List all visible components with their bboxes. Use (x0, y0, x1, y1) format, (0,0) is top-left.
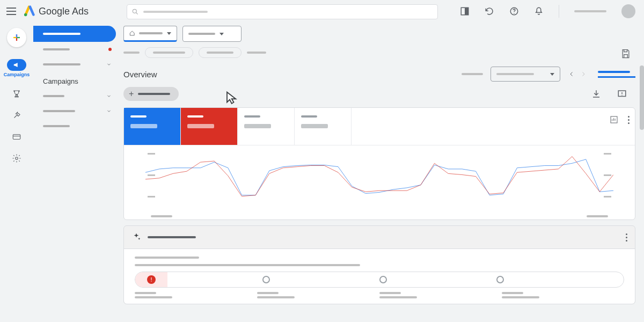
add-filter-button[interactable]: + (123, 87, 179, 101)
sidenav-item[interactable] (33, 119, 119, 134)
feedback-icon[interactable] (617, 89, 627, 99)
sidenav-item[interactable] (33, 104, 119, 119)
account-dropdown[interactable] (123, 26, 177, 42)
sparkle-icon (131, 232, 141, 242)
sidenav-item[interactable] (33, 89, 119, 104)
chevron-down-icon (106, 108, 112, 114)
expand-chart-icon[interactable] (610, 115, 618, 124)
tools-icon (12, 111, 21, 120)
notifications-icon[interactable] (534, 6, 544, 16)
svg-point-13 (16, 157, 18, 160)
sidenav-item[interactable] (33, 42, 119, 57)
plus-icon (12, 33, 21, 42)
metric-tab-2[interactable] (181, 108, 238, 145)
metric-tab-3[interactable] (238, 108, 295, 145)
metric-tab-1[interactable] (124, 108, 181, 145)
create-button[interactable] (7, 28, 26, 47)
more-icon[interactable] (626, 233, 627, 241)
megaphone-icon (13, 61, 20, 69)
rail-admin[interactable] (12, 153, 21, 163)
chevron-down-icon (219, 33, 224, 35)
sidenav-item[interactable] (33, 57, 119, 72)
svg-point-6 (514, 13, 515, 14)
chevron-left-icon (568, 71, 575, 77)
rail-billing[interactable] (12, 132, 21, 142)
google-ads-logo-icon (24, 5, 35, 17)
more-icon[interactable] (628, 116, 630, 124)
insights-card: ! (123, 225, 635, 304)
setup-progress: ! (135, 272, 624, 288)
filter-chip[interactable] (199, 47, 241, 58)
download-icon[interactable] (591, 89, 601, 99)
step-marker (262, 276, 270, 283)
next-button[interactable] (577, 68, 589, 80)
sidenav-item-active[interactable] (33, 26, 116, 42)
filter-label (247, 52, 266, 54)
date-range-dropdown[interactable] (491, 67, 560, 82)
avatar[interactable] (621, 4, 635, 18)
date-label (462, 73, 483, 75)
divider (559, 5, 559, 18)
page-title: Overview (123, 70, 157, 79)
scope-dropdown[interactable] (182, 26, 241, 42)
rail-goals[interactable] (12, 89, 21, 99)
scrollbar[interactable] (640, 65, 644, 130)
metric-tab-4[interactable] (295, 108, 352, 145)
chevron-right-icon (580, 71, 587, 77)
svg-line-2 (136, 13, 138, 14)
logo: Google Ads (24, 5, 89, 17)
line-chart (145, 151, 613, 208)
sidenav-heading: Campaigns (33, 72, 119, 89)
metrics-chart-card (123, 107, 635, 220)
chevron-down-icon (106, 62, 112, 67)
prev-button[interactable] (566, 68, 577, 80)
help-icon[interactable] (509, 6, 519, 16)
trophy-icon (12, 89, 21, 99)
refresh-icon[interactable] (485, 6, 494, 16)
filter-chip[interactable] (145, 47, 193, 58)
appearance-icon[interactable] (460, 6, 470, 16)
step-marker (496, 276, 504, 283)
rail-tools[interactable] (12, 111, 21, 120)
filter-label (123, 52, 140, 54)
svg-rect-4 (465, 8, 469, 15)
home-icon (129, 30, 135, 36)
svg-rect-11 (13, 135, 20, 140)
card-icon (12, 132, 21, 142)
svg-point-1 (133, 9, 136, 13)
svg-rect-17 (611, 116, 617, 123)
search-icon (131, 8, 139, 16)
logo-text: Google Ads (39, 6, 89, 17)
rail-campaigns[interactable]: Campaigns (4, 59, 30, 77)
save-icon[interactable] (620, 48, 631, 59)
svg-point-16 (621, 95, 623, 96)
gear-icon (12, 153, 21, 163)
chevron-down-icon (550, 73, 554, 76)
plus-icon: + (129, 89, 134, 99)
chevron-down-icon (167, 32, 171, 35)
alert-dot-icon (108, 48, 112, 51)
error-icon: ! (147, 275, 156, 284)
chevron-down-icon (106, 93, 112, 99)
search-input[interactable] (127, 4, 438, 19)
menu-icon[interactable] (6, 8, 16, 15)
svg-point-0 (24, 13, 27, 16)
step-marker (379, 276, 387, 283)
account-label (574, 10, 606, 12)
